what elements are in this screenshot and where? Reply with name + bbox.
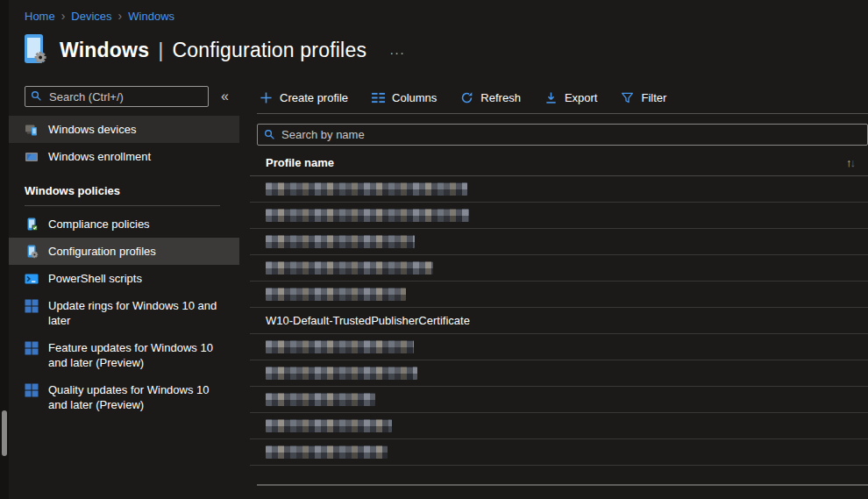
windows-logo-icon xyxy=(25,341,39,355)
table-row[interactable] xyxy=(250,282,868,308)
table-row[interactable] xyxy=(250,413,868,439)
columns-icon xyxy=(372,92,385,103)
breadcrumb: Home›Devices›Windows xyxy=(25,10,174,23)
terminal-icon xyxy=(25,272,39,286)
table-row[interactable] xyxy=(250,176,868,203)
sidebar-item-label: Windows enrollment xyxy=(48,149,151,164)
more-options-button[interactable]: ··· xyxy=(389,45,405,60)
breadcrumb-link-windows[interactable]: Windows xyxy=(128,10,174,23)
redacted-profile-name xyxy=(266,235,415,248)
create-profile-button[interactable]: Create profile xyxy=(260,91,348,104)
page-title-secondary: Configuration profiles xyxy=(172,39,366,62)
sidebar-item-label: PowerShell scripts xyxy=(48,271,142,286)
toolbar-button-label: Filter xyxy=(641,91,666,104)
breadcrumb-separator-icon: › xyxy=(61,11,66,22)
sidebar-section-header: Windows policies xyxy=(9,170,239,205)
devices-icon xyxy=(25,123,39,137)
sort-arrows-icon[interactable]: ↑↓ xyxy=(846,156,856,169)
windows-logo-icon xyxy=(25,299,39,313)
breadcrumb-link-devices[interactable]: Devices xyxy=(71,10,111,23)
page-title-primary: Windows xyxy=(60,39,149,62)
toolbar-button-label: Columns xyxy=(392,91,437,104)
sidebar-item-powershell-scripts[interactable]: PowerShell scripts xyxy=(9,265,239,292)
main-content: Create profileColumnsRefreshExportFilter… xyxy=(250,84,868,499)
search-icon xyxy=(31,90,42,104)
sidebar-divider xyxy=(25,205,220,206)
sidebar-item-label: Update rings for Windows 10 and later xyxy=(48,298,231,328)
profile-table: W10-Default-TrustedPublisherCertificate xyxy=(250,176,868,466)
monitor-icon xyxy=(25,150,39,164)
page-scrollbar[interactable] xyxy=(0,0,9,499)
toolbar-button-label: Create profile xyxy=(280,91,348,104)
filter-button[interactable]: Filter xyxy=(621,91,666,104)
refresh-button[interactable]: Refresh xyxy=(460,91,521,104)
page-title-separator: | xyxy=(158,38,163,62)
filter-icon xyxy=(621,91,634,104)
sidebar-item-windows-devices[interactable]: Windows devices xyxy=(9,116,239,143)
horizontal-scrollbar[interactable] xyxy=(257,484,868,486)
profile-name-search-input[interactable] xyxy=(257,124,868,146)
redacted-profile-name xyxy=(266,340,414,353)
sidebar-item-label: Quality updates for Windows 10 and later… xyxy=(48,382,231,412)
sidebar-item-update-rings-for-windows-10-and-later[interactable]: Update rings for Windows 10 and later xyxy=(9,292,239,334)
plus-icon xyxy=(260,91,273,104)
toolbar-button-label: Export xyxy=(565,91,598,104)
page-scrollbar-thumb[interactable] xyxy=(2,410,7,456)
toolbar-button-label: Refresh xyxy=(480,91,521,104)
breadcrumb-link-home[interactable]: Home xyxy=(25,10,55,23)
sidebar-item-quality-updates-for-windows-10-and-later-preview[interactable]: Quality updates for Windows 10 and later… xyxy=(9,376,239,418)
table-row[interactable] xyxy=(250,203,868,229)
table-row[interactable] xyxy=(250,229,868,255)
column-header-profile-name[interactable]: Profile name xyxy=(266,156,334,169)
redacted-profile-name xyxy=(266,209,469,222)
redacted-profile-name xyxy=(266,419,392,432)
collapse-sidebar-button[interactable]: « xyxy=(221,89,229,103)
columns-button[interactable]: Columns xyxy=(372,91,437,104)
page-title: Windows | Configuration profiles ··· xyxy=(60,38,405,62)
table-row[interactable]: W10-Default-TrustedPublisherCertificate xyxy=(250,308,868,334)
redacted-profile-name xyxy=(266,261,433,274)
sidebar: « Windows devicesWindows enrollmentWindo… xyxy=(9,86,239,418)
redacted-profile-name xyxy=(266,446,388,459)
sidebar-search-input[interactable] xyxy=(25,86,209,107)
sidebar-item-configuration-profiles[interactable]: Configuration profiles xyxy=(9,238,239,265)
phone-gear-icon xyxy=(23,33,47,67)
redacted-profile-name xyxy=(266,393,375,406)
table-row[interactable] xyxy=(250,387,868,413)
table-header: Profile name ↑↓ xyxy=(250,146,868,176)
export-icon xyxy=(544,91,558,104)
redacted-profile-name xyxy=(266,367,417,380)
sidebar-item-feature-updates-for-windows-10-and-later-preview[interactable]: Feature updates for Windows 10 and later… xyxy=(9,334,239,376)
breadcrumb-separator-icon: › xyxy=(118,11,123,22)
toolbar: Create profileColumnsRefreshExportFilter xyxy=(250,84,868,113)
sidebar-item-label: Configuration profiles xyxy=(48,244,156,259)
profile-name: W10-Default-TrustedPublisherCertificate xyxy=(266,314,470,327)
toolbar-divider xyxy=(257,113,868,114)
windows-logo-icon xyxy=(25,383,39,397)
redacted-profile-name xyxy=(266,182,467,196)
sidebar-item-label: Feature updates for Windows 10 and later… xyxy=(48,340,231,370)
export-button[interactable]: Export xyxy=(544,91,598,104)
phone-gear-icon xyxy=(25,245,39,259)
table-row[interactable] xyxy=(250,439,868,466)
sidebar-item-windows-enrollment[interactable]: Windows enrollment xyxy=(9,143,239,170)
search-icon xyxy=(264,129,275,143)
refresh-icon xyxy=(460,91,473,104)
table-row[interactable] xyxy=(250,255,868,282)
table-row[interactable] xyxy=(250,334,868,360)
sidebar-item-compliance-policies[interactable]: Compliance policies xyxy=(9,210,239,238)
sidebar-item-label: Windows devices xyxy=(48,122,136,137)
table-row[interactable] xyxy=(250,360,868,387)
sidebar-item-label: Compliance policies xyxy=(48,217,150,232)
redacted-profile-name xyxy=(266,288,406,301)
page-header: Windows | Configuration profiles ··· xyxy=(23,33,405,67)
phone-check-icon xyxy=(25,217,39,232)
